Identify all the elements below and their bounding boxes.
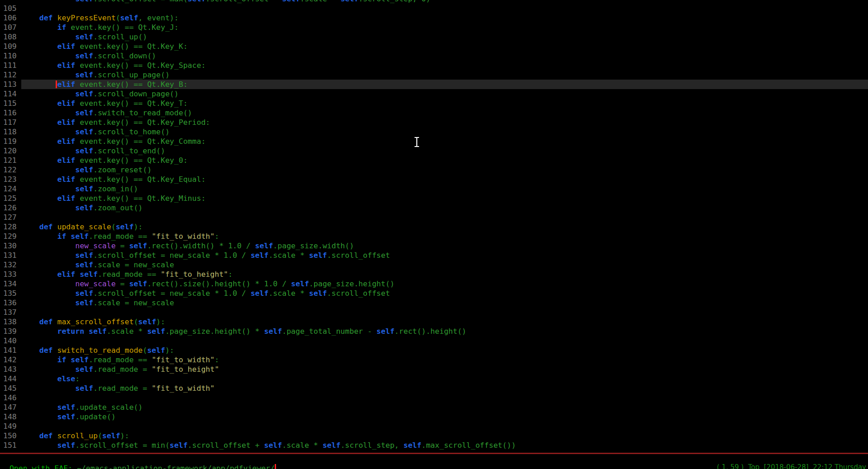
- text-cursor: [275, 464, 276, 469]
- code-line[interactable]: 148 self.update(): [0, 412, 868, 422]
- line-number: 121: [0, 156, 21, 165]
- code-line-text: new_scale = self.rect().size().height() …: [21, 279, 868, 289]
- code-line[interactable]: 149: [0, 422, 868, 431]
- line-number: 115: [0, 99, 21, 108]
- code-line-text: self.scroll_down_page(): [21, 89, 868, 99]
- code-line[interactable]: 114 self.scroll_down_page(): [0, 89, 868, 99]
- code-line-text: self.scroll_to_end(): [21, 146, 868, 156]
- code-line[interactable]: 134 new_scale = self.rect().size().heigh…: [0, 279, 868, 289]
- code-line[interactable]: 130 new_scale = self.rect().width() * 1.…: [0, 241, 868, 251]
- code-line[interactable]: 111 elif event.key() == Qt.Key_Space:: [0, 61, 868, 70]
- code-line[interactable]: 138 def max_scroll_offset(self):: [0, 317, 868, 327]
- line-number: 139: [0, 327, 21, 336]
- minibuffer[interactable]: Open with EAF: ~/emacs-application-frame…: [0, 454, 868, 464]
- code-line[interactable]: 144 else:: [0, 374, 868, 384]
- code-line-text: self.scroll_offset = new_scale * 1.0 / s…: [21, 289, 868, 298]
- line-number: 141: [0, 346, 21, 355]
- code-line[interactable]: 151 self.scroll_offset = min(self.scroll…: [0, 441, 868, 450]
- code-line[interactable]: 142 if self.read_mode == "fit_to_width":: [0, 355, 868, 365]
- line-number: 143: [0, 365, 21, 374]
- line-number: [0, 0, 21, 4]
- line-number: 113: [0, 80, 21, 89]
- code-line[interactable]: 126 self.zoom_out(): [0, 203, 868, 213]
- code-line[interactable]: self.scroll_offset = max(self.scroll_off…: [0, 0, 868, 4]
- line-number: 108: [0, 32, 21, 42]
- code-line[interactable]: 116 self.switch_to_read_mode(): [0, 108, 868, 118]
- code-line-text: elif event.key() == Qt.Key_Minus:: [21, 194, 868, 203]
- code-line[interactable]: 121 elif event.key() == Qt.Key_0:: [0, 156, 868, 165]
- code-line-text: [21, 308, 868, 317]
- line-number: 150: [0, 431, 21, 441]
- line-number: 145: [0, 384, 21, 393]
- code-line[interactable]: 112 self.scroll_up_page(): [0, 70, 868, 80]
- code-line[interactable]: 120 self.scroll_to_end(): [0, 146, 868, 156]
- code-line[interactable]: 131 self.scroll_offset = new_scale * 1.0…: [0, 251, 868, 260]
- line-number: 123: [0, 175, 21, 184]
- code-line[interactable]: 136 self.scale = new_scale: [0, 298, 868, 308]
- code-line[interactable]: 132 self.scale = new_scale: [0, 260, 868, 270]
- code-line[interactable]: 118 self.scroll_to_home(): [0, 127, 868, 137]
- code-line-text: self.scale = new_scale: [21, 260, 868, 270]
- code-line[interactable]: 109 elif event.key() == Qt.Key_K:: [0, 42, 868, 51]
- code-line-text: elif self.read_mode == "fit_to_height":: [21, 270, 868, 279]
- code-line-text: def scroll_up(self):: [21, 431, 868, 441]
- code-line-text: self.scroll_down(): [21, 51, 868, 61]
- code-line[interactable]: 143 self.read_mode = "fit_to_height": [0, 365, 868, 374]
- code-line[interactable]: 105: [0, 4, 868, 13]
- code-line-text: [21, 336, 868, 346]
- status-tray: ( 1, 59 ) Top [2018-06-28] 22:12 Thursda…: [717, 463, 866, 469]
- code-line-text: else:: [21, 374, 868, 384]
- code-line[interactable]: 125 elif event.key() == Qt.Key_Minus:: [0, 194, 868, 203]
- code-line[interactable]: 145 self.read_mode = "fit_to_width": [0, 384, 868, 393]
- line-number: 132: [0, 260, 21, 270]
- code-line[interactable]: 150 def scroll_up(self):: [0, 431, 868, 441]
- line-number: 142: [0, 355, 21, 365]
- line-number: 136: [0, 298, 21, 308]
- code-line[interactable]: 108 self.scroll_up(): [0, 32, 868, 42]
- line-number: 129: [0, 232, 21, 241]
- code-line[interactable]: 140: [0, 336, 868, 346]
- code-line[interactable]: 115 elif event.key() == Qt.Key_T:: [0, 99, 868, 108]
- code-line[interactable]: 123 elif event.key() == Qt.Key_Equal:: [0, 175, 868, 184]
- code-line-text: if event.key() == Qt.Key_J:: [21, 23, 868, 32]
- minibuffer-input[interactable]: ~/emacs-application-framework/app/pdfvie…: [77, 464, 275, 469]
- line-number: 151: [0, 441, 21, 450]
- line-number: 111: [0, 61, 21, 70]
- line-number: 147: [0, 403, 21, 412]
- code-line[interactable]: 113 elif event.key() == Qt.Key_B:: [0, 80, 868, 89]
- code-line[interactable]: 124 self.zoom_in(): [0, 184, 868, 194]
- code-line-text: elif event.key() == Qt.Key_T:: [21, 99, 868, 108]
- line-number: 137: [0, 308, 21, 317]
- code-line[interactable]: 110 self.scroll_down(): [0, 51, 868, 61]
- code-line[interactable]: 133 elif self.read_mode == "fit_to_heigh…: [0, 270, 868, 279]
- code-line-text: self.update(): [21, 412, 868, 422]
- code-line[interactable]: 147 self.update_scale(): [0, 403, 868, 412]
- line-number: 124: [0, 184, 21, 194]
- line-number: 107: [0, 23, 21, 32]
- code-line[interactable]: 119 elif event.key() == Qt.Key_Comma:: [0, 137, 868, 146]
- code-line-text: return self.scale * self.page_size.heigh…: [21, 327, 868, 336]
- code-line[interactable]: 128 def update_scale(self):: [0, 222, 868, 232]
- code-line-text: elif event.key() == Qt.Key_Period:: [21, 118, 868, 127]
- line-number: 116: [0, 108, 21, 118]
- line-number: 105: [0, 4, 21, 13]
- code-line[interactable]: 122 self.zoom_reset(): [0, 165, 868, 175]
- code-line[interactable]: 135 self.scroll_offset = new_scale * 1.0…: [0, 289, 868, 298]
- code-line[interactable]: 146: [0, 393, 868, 403]
- code-line[interactable]: 137: [0, 308, 868, 317]
- code-line[interactable]: 139 return self.scale * self.page_size.h…: [0, 327, 868, 336]
- code-line-text: elif event.key() == Qt.Key_Space:: [21, 61, 868, 70]
- code-line[interactable]: 117 elif event.key() == Qt.Key_Period:: [0, 118, 868, 127]
- code-line-text: elif event.key() == Qt.Key_K:: [21, 42, 868, 51]
- code-editor[interactable]: self.scroll_offset = max(self.scroll_off…: [0, 0, 868, 453]
- line-number: 117: [0, 118, 21, 127]
- code-line[interactable]: 141 def switch_to_read_mode(self):: [0, 346, 868, 355]
- line-number: 138: [0, 317, 21, 327]
- code-line-text: self.zoom_reset(): [21, 165, 868, 175]
- code-line-text: def max_scroll_offset(self):: [21, 317, 868, 327]
- code-line[interactable]: 106 def keyPressEvent(self, event):: [0, 13, 868, 23]
- line-number: 140: [0, 336, 21, 346]
- code-line[interactable]: 107 if event.key() == Qt.Key_J:: [0, 23, 868, 32]
- code-line[interactable]: 129 if self.read_mode == "fit_to_width":: [0, 232, 868, 241]
- code-line[interactable]: 127: [0, 213, 868, 222]
